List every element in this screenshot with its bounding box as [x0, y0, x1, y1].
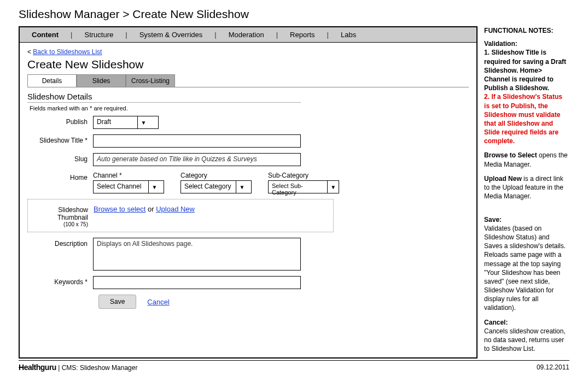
content-panel: Content | Structure | System & Overrides…	[19, 26, 478, 359]
nav-content[interactable]: Content	[20, 31, 71, 39]
title-label: Slideshow Title *	[27, 134, 93, 148]
description-label: Description	[27, 238, 93, 271]
nav-labs[interactable]: Labs	[329, 31, 368, 39]
channel-value: Select Channel	[94, 181, 148, 193]
category-select[interactable]: Select Category ▼	[181, 180, 252, 193]
tab-details[interactable]: Details	[27, 74, 77, 87]
notes-heading: FUNCTIONAL NOTES:	[484, 26, 569, 35]
validation-rule-2: 2. If a Slideshow's Status is set to Pub…	[484, 93, 562, 145]
slug-input[interactable]: Auto generate based on Title like in Qui…	[93, 153, 301, 166]
tab-cross-listing[interactable]: Cross-Listing	[126, 74, 175, 87]
keywords-input[interactable]	[93, 276, 301, 289]
required-note: Fields marked with an * are required.	[30, 105, 469, 111]
cancel-note-text: Cancels slideshow creation, no data save…	[484, 327, 566, 352]
back-link-row: < Back to Slideshows List	[27, 48, 469, 56]
browse-note-bold: Browse to Select	[484, 151, 537, 159]
or-text: or	[148, 205, 156, 213]
functional-notes: FUNCTIONAL NOTES: Validation: 1. Slidesh…	[478, 26, 569, 359]
nav-reports[interactable]: Reports	[278, 31, 327, 39]
category-value: Select Category	[181, 181, 236, 193]
channel-select[interactable]: Select Channel ▼	[93, 180, 164, 193]
save-note-heading: Save:	[484, 216, 502, 224]
subcategory-select[interactable]: Select Sub-Category ▼	[268, 180, 339, 193]
nav-moderation[interactable]: Moderation	[217, 31, 276, 39]
nav-system-overrides[interactable]: System & Overrides	[127, 31, 215, 39]
channel-label: Channel *	[93, 172, 164, 179]
main-nav: Content | Structure | System & Overrides…	[20, 27, 476, 43]
chevron-down-icon: ▼	[236, 181, 248, 193]
page-title: Create New Slideshow	[27, 58, 469, 71]
upload-note-bold: Upload New	[484, 175, 522, 183]
browse-to-select-link[interactable]: Browse to select	[94, 205, 145, 213]
slideshow-title-input[interactable]	[93, 134, 301, 148]
publish-label: Publish	[27, 116, 93, 129]
footer-subtitle: CMS: Slideshow Manager	[62, 364, 138, 372]
tabs: Details Slides Cross-Listing	[27, 74, 469, 87]
save-button[interactable]: Save	[98, 295, 136, 309]
subcategory-label: Sub-Category	[268, 172, 339, 179]
nav-structure[interactable]: Structure	[73, 31, 126, 39]
thumbnail-row: Slideshow Thumbnail (100 x 75) Browse to…	[27, 199, 334, 232]
validation-heading: Validation:	[484, 40, 517, 48]
keywords-label: Keywords *	[27, 276, 93, 289]
footer: Healthguru | CMS: Slideshow Manager 09.1…	[19, 360, 569, 372]
logo: Healthguru	[19, 363, 56, 372]
cancel-link[interactable]: Cancel	[147, 298, 169, 306]
subcategory-value: Select Sub-Category	[269, 181, 327, 193]
breadcrumb: Slideshow Manager > Create New Slideshow	[0, 0, 588, 26]
chevron-down-icon: ▼	[148, 181, 160, 193]
upload-new-link[interactable]: Upload New	[156, 205, 195, 213]
description-input[interactable]: Displays on All Slideshows page.	[93, 238, 301, 271]
tab-slides[interactable]: Slides	[77, 74, 126, 87]
publish-value: Draft	[94, 116, 137, 128]
footer-date: 09.12.2011	[537, 363, 569, 371]
slug-label: Slug	[27, 153, 93, 166]
publish-select[interactable]: Draft ▼	[93, 116, 159, 129]
section-title: Slideshow Details	[27, 92, 301, 103]
back-link-caret: <	[27, 48, 33, 56]
chevron-down-icon: ▼	[137, 116, 149, 128]
cancel-note-heading: Cancel:	[484, 319, 508, 326]
back-to-list-link[interactable]: Back to Slideshows List	[33, 48, 102, 56]
chevron-down-icon: ▼	[327, 181, 339, 193]
validation-rule-1: 1. Slideshow Title is required for savin…	[484, 49, 566, 92]
category-label: Category	[181, 172, 252, 179]
thumbnail-label: Slideshow Thumbnail (100 x 75)	[28, 204, 94, 227]
home-label: Home	[27, 172, 93, 193]
save-note-text: Validates (based on Slideshow Status) an…	[484, 225, 566, 312]
